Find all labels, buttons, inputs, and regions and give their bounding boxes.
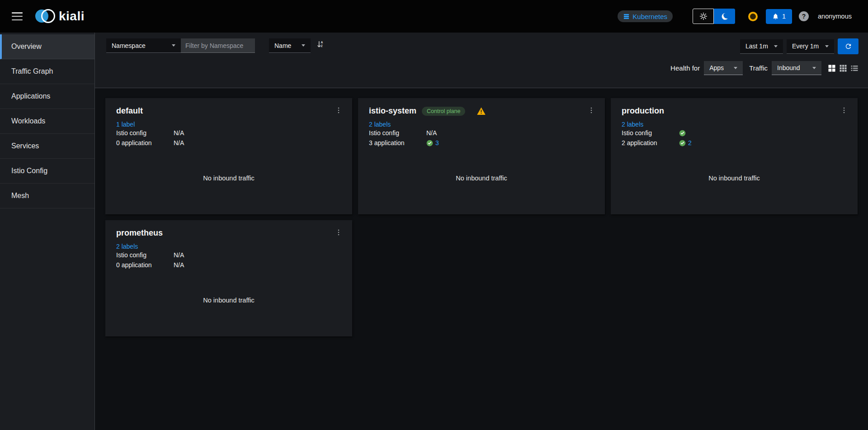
kiali-logo: kiali (35, 9, 85, 24)
health-for-value: Apps (709, 64, 724, 71)
sort-order-button[interactable]: A Z (316, 40, 324, 50)
notification-count: 1 (782, 13, 786, 20)
dark-theme-button[interactable] (714, 9, 735, 24)
istio-config-label: Istio config (369, 128, 426, 138)
sidebar-item-label: Applications (11, 92, 50, 100)
refresh-interval-select[interactable]: Every 1m (787, 39, 834, 54)
nav-toggle-button[interactable] (12, 12, 23, 20)
chevron-down-icon (734, 67, 737, 69)
healthy-apps-count[interactable]: 2 (688, 138, 692, 148)
namespace-card-istio-system: istio-system Control plane 2 labe (358, 98, 605, 214)
sidebar-item-label: Mesh (11, 192, 29, 200)
istio-config-label: Istio config (116, 250, 174, 260)
kubernetes-cluster-icon (623, 13, 630, 20)
traffic-direction-select[interactable]: Inbound (772, 61, 821, 75)
applications-label: 0 application (116, 260, 174, 270)
compact-grid-view-button[interactable] (839, 64, 847, 72)
traffic-label: Traffic (749, 64, 768, 72)
duration-value: Last 1m (745, 43, 768, 50)
istio-config-label: Istio config (622, 128, 679, 138)
sidebar: Overview Traffic Graph Applications Work… (0, 33, 95, 430)
health-for-select[interactable]: Apps (704, 61, 743, 75)
cluster-badge-label: Kubernetes (632, 13, 667, 20)
list-view-button[interactable] (850, 64, 859, 72)
chevron-down-icon (774, 45, 778, 47)
health-check-icon (426, 140, 433, 146)
kebab-icon (588, 106, 595, 114)
namespace-select-value: Namespace (112, 42, 146, 49)
applications-status: N/A (174, 138, 184, 148)
namespace-filter-type-select[interactable]: Namespace (106, 38, 181, 53)
health-for-label: Health for (670, 64, 700, 72)
sort-field-select[interactable]: Name (269, 38, 311, 53)
namespace-title: production (622, 106, 664, 116)
list-icon (850, 64, 859, 72)
sidebar-item-istio-config[interactable]: Istio Config (0, 159, 94, 184)
sidebar-item-label: Overview (11, 43, 42, 51)
namespace-title: default (116, 106, 143, 116)
username: anonymous (818, 13, 852, 20)
kebab-icon (840, 106, 848, 114)
traffic-direction-value: Inbound (777, 64, 800, 71)
svg-text:Z: Z (321, 44, 323, 47)
warning-triangle-icon[interactable] (477, 107, 486, 115)
namespace-labels-link[interactable]: 2 labels (622, 121, 643, 128)
sidebar-item-workloads[interactable]: Workloads (0, 109, 94, 134)
kiali-logo-icon (35, 9, 55, 24)
bell-icon (772, 13, 779, 20)
cluster-badge[interactable]: Kubernetes (618, 10, 673, 22)
kebab-menu-button[interactable] (335, 228, 342, 238)
applications-label: 3 application (369, 138, 426, 148)
namespace-card-prometheus: prometheus 2 labels Istio config N/A 0 a… (105, 220, 352, 336)
overview-content: default 1 label Istio config N/A 0 appli… (95, 88, 868, 430)
istio-config-status: N/A (426, 128, 437, 138)
sort-field-value: Name (274, 42, 291, 49)
istio-status-ring-icon[interactable] (748, 12, 758, 21)
help-button[interactable] (799, 11, 809, 21)
kebab-menu-button[interactable] (335, 106, 342, 116)
applications-status: N/A (174, 260, 184, 270)
kebab-icon (335, 228, 342, 236)
namespace-labels-link[interactable]: 2 labels (116, 243, 138, 250)
kebab-menu-button[interactable] (840, 106, 848, 116)
duration-select[interactable]: Last 1m (740, 39, 783, 54)
healthy-apps-count[interactable]: 3 (435, 138, 439, 148)
main-pane: Namespace Name A Z Last 1m (95, 33, 868, 430)
brand-name: kiali (59, 9, 85, 24)
sun-icon (699, 12, 708, 21)
namespace-labels-link[interactable]: 2 labels (369, 121, 391, 128)
sidebar-item-label: Traffic Graph (11, 67, 53, 76)
masthead: kiali Kubernetes (0, 0, 868, 33)
theme-toggle (693, 9, 735, 24)
health-check-icon (679, 130, 686, 137)
kebab-menu-button[interactable] (588, 106, 595, 116)
control-plane-badge: Control plane (422, 107, 465, 116)
refresh-button[interactable] (838, 38, 859, 54)
expanded-grid-view-button[interactable] (828, 64, 836, 72)
sidebar-item-label: Services (11, 142, 39, 150)
chevron-down-icon (172, 44, 175, 47)
chevron-down-icon (825, 45, 829, 47)
sidebar-item-services[interactable]: Services (0, 134, 94, 159)
th-icon (839, 64, 847, 72)
notifications-button[interactable]: 1 (766, 9, 792, 24)
sidebar-item-mesh[interactable]: Mesh (0, 184, 94, 208)
chevron-down-icon (302, 44, 305, 47)
sidebar-item-applications[interactable]: Applications (0, 84, 94, 109)
sidebar-item-overview[interactable]: Overview (0, 34, 94, 59)
inbound-traffic-status: No inbound traffic (116, 270, 341, 330)
namespace-filter-input[interactable] (181, 38, 255, 53)
svg-text:A: A (321, 41, 323, 44)
moon-icon (720, 12, 729, 21)
applications-label: 0 application (116, 138, 174, 148)
refresh-interval-value: Every 1m (792, 43, 819, 50)
namespace-card-grid: default 1 label Istio config N/A 0 appli… (105, 98, 858, 336)
sidebar-item-label: Workloads (11, 117, 45, 125)
namespace-title: prometheus (116, 228, 163, 238)
overview-toolbar: Namespace Name A Z Last 1m (95, 33, 868, 88)
light-theme-button[interactable] (693, 9, 714, 24)
sidebar-item-label: Istio Config (11, 167, 47, 175)
namespace-labels-link[interactable]: 1 label (116, 121, 135, 128)
sidebar-item-traffic-graph[interactable]: Traffic Graph (0, 59, 94, 84)
th-large-icon (828, 64, 836, 72)
